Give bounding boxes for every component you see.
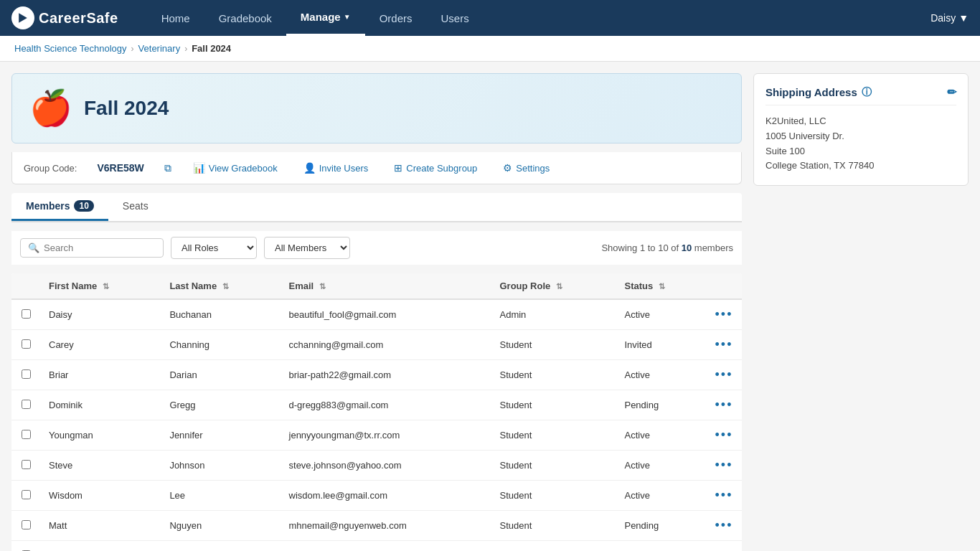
group-header-card: 🍎 Fall 2024 Group Code: V6RE58W ⧉ 📊 View…: [11, 73, 742, 184]
row-actions-button[interactable]: •••: [715, 307, 733, 321]
address-line1: K2United, LLC: [765, 114, 956, 129]
shipping-card: Shipping Address ⓘ ✏ K2United, LLC 1005 …: [753, 73, 969, 186]
search-input[interactable]: [44, 242, 156, 253]
row-first-name: Steve: [40, 451, 161, 481]
row-checkbox[interactable]: [22, 490, 31, 499]
row-actions-cell: •••: [706, 481, 742, 511]
sort-email-icon: ⇅: [319, 282, 326, 291]
nav-links: Home Gradebook Manage ▼ Orders Users: [147, 0, 931, 36]
search-box[interactable]: 🔍: [20, 238, 164, 258]
invite-users-button[interactable]: 👤 Invite Users: [299, 159, 373, 176]
table-controls: 🔍 All Roles Admin Student All Members Ac…: [11, 231, 742, 265]
row-last-name: Jennifer: [161, 420, 280, 451]
breadcrumb-veterinary[interactable]: Veterinary: [138, 43, 181, 54]
row-checkbox[interactable]: [22, 400, 31, 409]
row-actions-button[interactable]: •••: [715, 367, 733, 382]
row-first-name: Dominik: [40, 390, 161, 420]
right-panel: Shipping Address ⓘ ✏ K2United, LLC 1005 …: [753, 73, 969, 551]
row-first-name: Youngman: [40, 420, 161, 451]
row-role: Student: [491, 481, 616, 511]
row-checkbox-cell: [11, 541, 40, 552]
nav-orders[interactable]: Orders: [365, 0, 427, 36]
row-actions-cell: •••: [706, 451, 742, 481]
shipping-edit-icon[interactable]: ✏: [947, 85, 956, 99]
row-email: jennyyoungman@tx.rr.com: [281, 420, 491, 451]
shipping-title: Shipping Address: [765, 86, 857, 98]
group-icon: 🍎: [29, 88, 72, 128]
select-all-header: [11, 273, 40, 299]
row-last-name: Buchanan: [161, 299, 280, 330]
row-checkbox-cell: [11, 481, 40, 511]
row-status: Pending: [616, 541, 706, 552]
row-status: Active: [616, 360, 706, 390]
row-actions-button[interactable]: •••: [715, 428, 733, 442]
svg-marker-0: [19, 13, 27, 22]
tab-members[interactable]: Members 10: [11, 193, 108, 221]
left-panel: 🍎 Fall 2024 Group Code: V6RE58W ⧉ 📊 View…: [11, 73, 742, 551]
brand-logo[interactable]: CareerSafe: [11, 6, 118, 29]
row-email: beautiful_fool@gmail.com: [281, 299, 491, 330]
showing-count: 10: [682, 242, 692, 253]
col-last-name[interactable]: Last Name ⇅: [161, 273, 280, 299]
nav-manage[interactable]: Manage ▼: [286, 0, 365, 36]
row-last-name: Darian: [161, 360, 280, 390]
members-filter[interactable]: All Members Active Invited Pending: [264, 237, 350, 259]
page-body: 🍎 Fall 2024 Group Code: V6RE58W ⧉ 📊 View…: [0, 62, 980, 551]
row-checkbox-cell: [11, 511, 40, 541]
col-first-name[interactable]: First Name ⇅: [40, 273, 161, 299]
row-checkbox-cell: [11, 360, 40, 390]
roles-filter[interactable]: All Roles Admin Student: [171, 237, 257, 259]
settings-button[interactable]: ⚙ Settings: [499, 159, 554, 176]
row-email: briar-path22@gmail.com: [281, 360, 491, 390]
row-checkbox[interactable]: [22, 430, 31, 439]
col-actions: [706, 273, 742, 299]
row-actions-button[interactable]: •••: [715, 337, 733, 352]
col-email[interactable]: Email ⇅: [281, 273, 491, 299]
logo-icon: [11, 6, 34, 29]
create-subgroup-button[interactable]: ⊞ Create Subgroup: [390, 159, 481, 176]
row-status: Active: [616, 420, 706, 451]
row-actions-button[interactable]: •••: [715, 518, 733, 532]
row-first-name: Matt: [40, 511, 161, 541]
user-chevron-icon: ▼: [958, 12, 969, 24]
group-code-label: Group Code:: [24, 163, 77, 174]
row-checkbox[interactable]: [22, 520, 31, 529]
row-status: Active: [616, 481, 706, 511]
sort-first-name-icon: ⇅: [103, 282, 109, 291]
breadcrumb: Health Science Technology › Veterinary ›…: [0, 36, 980, 62]
user-menu[interactable]: Daisy ▼: [930, 12, 969, 24]
row-actions-cell: •••: [706, 390, 742, 420]
row-actions-button[interactable]: •••: [715, 488, 733, 502]
row-checkbox[interactable]: [22, 460, 31, 469]
nav-home[interactable]: Home: [147, 0, 204, 36]
group-card: 🍎 Fall 2024: [11, 73, 742, 143]
row-actions-button[interactable]: •••: [715, 548, 733, 551]
row-checkbox[interactable]: [22, 309, 31, 319]
col-status[interactable]: Status ⇅: [616, 273, 706, 299]
row-actions-button[interactable]: •••: [715, 397, 733, 412]
row-last-name: Gregg: [161, 390, 280, 420]
address-line2: 1005 University Dr.: [765, 129, 956, 144]
copy-icon[interactable]: ⧉: [164, 162, 171, 174]
row-actions-cell: •••: [706, 541, 742, 552]
col-group-role[interactable]: Group Role ⇅: [491, 273, 616, 299]
nav-users[interactable]: Users: [426, 0, 483, 36]
row-checkbox[interactable]: [22, 369, 31, 379]
row-actions-button[interactable]: •••: [715, 458, 733, 472]
sort-last-name-icon: ⇅: [222, 282, 229, 291]
row-role: Student: [491, 420, 616, 451]
nav-gradebook[interactable]: Gradebook: [204, 0, 286, 36]
row-checkbox[interactable]: [22, 339, 31, 349]
shipping-header: Shipping Address ⓘ ✏: [765, 85, 956, 105]
row-last-name: Lee: [161, 481, 280, 511]
breadcrumb-health-science[interactable]: Health Science Technology: [14, 43, 127, 54]
shipping-info-icon[interactable]: ⓘ: [862, 86, 872, 99]
settings-icon: ⚙: [503, 162, 512, 174]
members-table: First Name ⇅ Last Name ⇅ Email ⇅ Group R…: [11, 273, 742, 551]
row-last-name: Peter: [161, 541, 280, 552]
row-role: Student: [491, 390, 616, 420]
sort-role-icon: ⇅: [556, 282, 562, 291]
view-gradebook-button[interactable]: 📊 View Gradebook: [189, 159, 282, 176]
address-line3: Suite 100: [765, 144, 956, 159]
tab-seats[interactable]: Seats: [108, 193, 163, 221]
